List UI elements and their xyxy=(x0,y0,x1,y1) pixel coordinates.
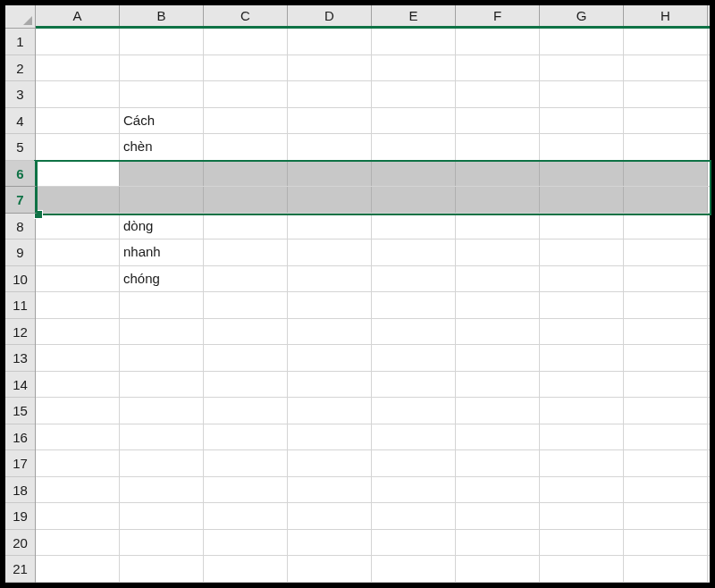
cell-E8[interactable] xyxy=(372,214,456,239)
cell-H8[interactable] xyxy=(624,214,708,239)
cell-C3[interactable] xyxy=(204,81,288,107)
cell-E19[interactable] xyxy=(372,503,456,529)
cell-E13[interactable] xyxy=(372,345,456,371)
row-header-1[interactable]: 1 xyxy=(5,29,35,55)
cell-C7[interactable] xyxy=(204,187,288,213)
cell-D21[interactable] xyxy=(288,556,372,582)
cell-H16[interactable] xyxy=(624,424,708,450)
cell-F12[interactable] xyxy=(456,319,540,345)
col-header-F[interactable]: F xyxy=(456,5,540,26)
cell-F17[interactable] xyxy=(456,450,540,476)
cell-H21[interactable] xyxy=(624,556,708,582)
row-header-8[interactable]: 8 xyxy=(5,214,35,240)
cell-G10[interactable] xyxy=(540,266,624,292)
cell-F7[interactable] xyxy=(456,187,540,213)
cell-G5[interactable] xyxy=(540,134,624,160)
cell-B10[interactable]: chóng xyxy=(120,266,204,292)
select-all-corner[interactable] xyxy=(5,5,36,29)
cell-H9[interactable] xyxy=(624,239,708,265)
cell-E15[interactable] xyxy=(372,398,456,424)
cell-A4[interactable] xyxy=(36,108,120,134)
cell-E9[interactable] xyxy=(372,239,456,265)
cell-B6[interactable] xyxy=(120,161,204,187)
cell-H2[interactable] xyxy=(624,55,708,81)
cell-B13[interactable] xyxy=(120,345,204,371)
cell-F15[interactable] xyxy=(456,398,540,424)
cell-D18[interactable] xyxy=(288,477,372,503)
cell-F8[interactable] xyxy=(456,214,540,239)
cell-F19[interactable] xyxy=(456,503,540,529)
row-header-17[interactable]: 17 xyxy=(5,450,35,477)
cell-H6[interactable] xyxy=(624,161,708,187)
cell-F16[interactable] xyxy=(456,424,540,450)
row-header-6[interactable]: 6 xyxy=(5,161,38,188)
cell-A9[interactable] xyxy=(36,239,120,265)
cell-G13[interactable] xyxy=(540,345,624,371)
cell-E18[interactable] xyxy=(372,477,456,503)
cell-A17[interactable] xyxy=(36,450,120,476)
cell-E4[interactable] xyxy=(372,108,456,134)
cell-E14[interactable] xyxy=(372,372,456,398)
cell-A15[interactable] xyxy=(36,398,120,424)
cell-C20[interactable] xyxy=(204,530,288,556)
cell-G21[interactable] xyxy=(540,556,624,582)
cell-F2[interactable] xyxy=(456,55,540,81)
cell-E21[interactable] xyxy=(372,556,456,582)
cell-D12[interactable] xyxy=(288,319,372,345)
cell-A8[interactable] xyxy=(36,214,120,239)
cell-G8[interactable] xyxy=(540,214,624,239)
cell-C9[interactable] xyxy=(204,239,288,265)
cell-E16[interactable] xyxy=(372,424,456,450)
cell-H1[interactable] xyxy=(624,29,708,55)
cell-C15[interactable] xyxy=(204,398,288,424)
cell-G19[interactable] xyxy=(540,503,624,529)
cell-F3[interactable] xyxy=(456,81,540,107)
cell-C4[interactable] xyxy=(204,108,288,134)
cell-F1[interactable] xyxy=(456,29,540,55)
cell-D10[interactable] xyxy=(288,266,372,292)
cell-B2[interactable] xyxy=(120,55,204,81)
cell-F10[interactable] xyxy=(456,266,540,292)
cell-A13[interactable] xyxy=(36,345,120,371)
cell-F6[interactable] xyxy=(456,161,540,187)
cell-G2[interactable] xyxy=(540,55,624,81)
row-header-19[interactable]: 19 xyxy=(5,503,35,530)
cell-C14[interactable] xyxy=(204,372,288,398)
col-header-E[interactable]: E xyxy=(372,5,456,26)
cell-B5[interactable]: chèn xyxy=(120,134,204,160)
cell-H4[interactable] xyxy=(624,108,708,134)
cell-G4[interactable] xyxy=(540,108,624,134)
cell-D1[interactable] xyxy=(288,29,372,55)
cell-D6[interactable] xyxy=(288,161,372,187)
cell-F20[interactable] xyxy=(456,530,540,556)
cell-B11[interactable] xyxy=(120,292,204,318)
cell-A5[interactable] xyxy=(36,134,120,160)
cell-B16[interactable] xyxy=(120,424,204,450)
row-header-7[interactable]: 7 xyxy=(5,187,38,214)
cell-F18[interactable] xyxy=(456,477,540,503)
cell-E3[interactable] xyxy=(372,81,456,107)
row-header-15[interactable]: 15 xyxy=(5,398,35,424)
cell-F14[interactable] xyxy=(456,372,540,398)
cell-A3[interactable] xyxy=(36,81,120,107)
row-header-18[interactable]: 18 xyxy=(5,477,35,504)
cell-A18[interactable] xyxy=(36,477,120,503)
cell-G9[interactable] xyxy=(540,239,624,265)
col-header-A[interactable]: A xyxy=(36,5,120,26)
cell-H15[interactable] xyxy=(624,398,708,424)
cell-B1[interactable] xyxy=(120,29,204,55)
cell-H19[interactable] xyxy=(624,503,708,529)
cell-C12[interactable] xyxy=(204,319,288,345)
cell-A21[interactable] xyxy=(36,556,120,582)
row-header-12[interactable]: 12 xyxy=(5,319,35,346)
col-header-D[interactable]: D xyxy=(288,5,372,26)
cell-G20[interactable] xyxy=(540,530,624,556)
cell-A16[interactable] xyxy=(36,424,120,450)
cell-D13[interactable] xyxy=(288,345,372,371)
cell-B14[interactable] xyxy=(120,372,204,398)
cell-E17[interactable] xyxy=(372,450,456,476)
cell-A11[interactable] xyxy=(36,292,120,318)
col-header-B[interactable]: B xyxy=(120,5,204,26)
cell-F21[interactable] xyxy=(456,556,540,582)
cell-G14[interactable] xyxy=(540,372,624,398)
